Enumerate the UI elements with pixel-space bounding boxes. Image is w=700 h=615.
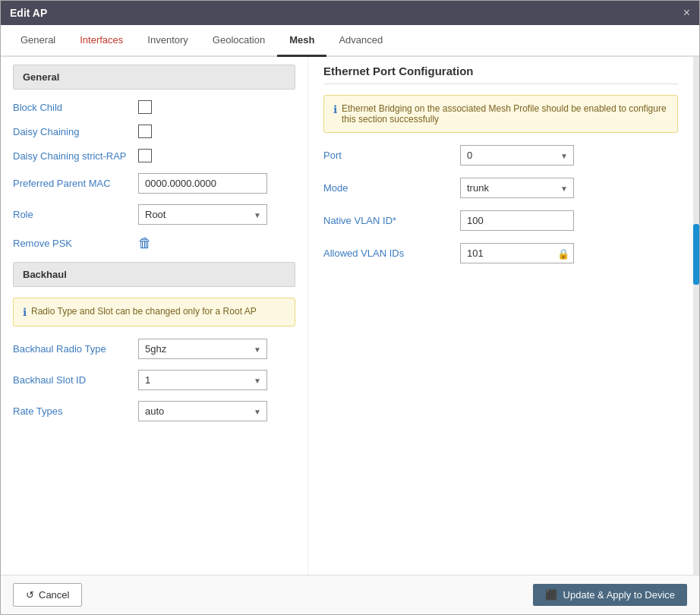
general-section-header: General (13, 65, 295, 90)
ethernet-info-box: ℹ Ethernet Bridging on the associated Me… (323, 95, 678, 133)
native-vlan-id-label: Native VLAN ID* (323, 215, 460, 226)
tab-interfaces[interactable]: Interfaces (68, 25, 135, 57)
ethernet-info-text: Ethernet Bridging on the associated Mesh… (342, 103, 668, 125)
native-vlan-id-input[interactable] (460, 210, 574, 231)
preferred-parent-mac-row: Preferred Parent MAC (13, 173, 295, 194)
cancel-icon: ↺ (26, 589, 34, 601)
daisy-chaining-strict-label: Daisy Chaining strict-RAP (13, 150, 138, 162)
rate-types-row: Rate Types auto manual ▼ (13, 401, 295, 421)
close-button[interactable]: × (683, 7, 690, 19)
port-label: Port (323, 150, 460, 161)
edit-ap-window: Edit AP × General Interfaces Inventory G… (0, 0, 700, 615)
update-icon: ⬛ (545, 589, 557, 601)
update-label: Update & Apply to Device (563, 589, 675, 601)
tab-bar: General Interfaces Inventory Geolocation… (1, 25, 699, 57)
role-row: Role Root Non-Root Portal ▼ (13, 204, 295, 225)
mode-select[interactable]: trunk access (460, 178, 574, 198)
left-panel: General Block Child Daisy Chaining Daisy… (1, 57, 308, 575)
mode-select-wrapper: trunk access ▼ (460, 178, 574, 198)
tab-general[interactable]: General (8, 25, 68, 57)
port-select[interactable]: 0 1 2 (460, 145, 574, 166)
block-child-row: Block Child (13, 100, 295, 114)
preferred-parent-mac-input[interactable] (138, 173, 267, 194)
backhaul-slot-id-label: Backhaul Slot ID (13, 374, 138, 386)
vlan-lock-icon[interactable]: 🔒 (557, 248, 569, 259)
backhaul-radio-type-select[interactable]: 5ghz 2.4ghz (138, 339, 267, 359)
daisy-chaining-strict-checkbox[interactable] (138, 149, 152, 162)
daisy-chaining-row: Daisy Chaining (13, 125, 295, 138)
backhaul-radio-type-row: Backhaul Radio Type 5ghz 2.4ghz ▼ (13, 339, 295, 359)
backhaul-section-header: Backhaul (13, 262, 295, 287)
role-select-wrapper: Root Non-Root Portal ▼ (138, 204, 267, 225)
backhaul-info-text: Radio Type and Slot can be changed only … (31, 306, 257, 318)
backhaul-slot-id-select-wrapper: 1 0 2 ▼ (138, 370, 267, 390)
rate-types-select[interactable]: auto manual (138, 401, 267, 421)
remove-psk-row: Remove PSK 🗑 (13, 235, 295, 251)
port-select-wrapper: 0 1 2 ▼ (460, 145, 574, 166)
mode-row: Mode trunk access ▼ (323, 178, 678, 198)
scrollbar[interactable] (693, 57, 699, 575)
backhaul-info-icon: ℹ (23, 306, 27, 318)
port-row: Port 0 1 2 ▼ (323, 145, 678, 166)
window-title: Edit AP (10, 7, 47, 19)
native-vlan-id-row: Native VLAN ID* (323, 210, 678, 231)
remove-psk-label: Remove PSK (13, 238, 138, 249)
tab-geolocation[interactable]: Geolocation (200, 25, 277, 57)
ethernet-info-icon: ℹ (333, 103, 337, 125)
cancel-label: Cancel (39, 589, 69, 601)
footer: ↺ Cancel ⬛ Update & Apply to Device (1, 575, 699, 614)
right-panel: Ethernet Port Configuration ℹ Ethernet B… (308, 57, 693, 575)
role-label: Role (13, 209, 138, 220)
mode-label: Mode (323, 182, 460, 194)
backhaul-radio-type-select-wrapper: 5ghz 2.4ghz ▼ (138, 339, 267, 359)
allowed-vlan-wrapper: 🔒 (460, 243, 574, 263)
allowed-vlan-ids-label: Allowed VLAN IDs (323, 248, 460, 259)
backhaul-slot-id-select[interactable]: 1 0 2 (138, 370, 267, 390)
daisy-chaining-label: Daisy Chaining (13, 126, 138, 137)
preferred-parent-mac-label: Preferred Parent MAC (13, 178, 138, 189)
daisy-chaining-strict-row: Daisy Chaining strict-RAP (13, 149, 295, 162)
backhaul-slot-id-row: Backhaul Slot ID 1 0 2 ▼ (13, 370, 295, 390)
tab-inventory[interactable]: Inventory (135, 25, 200, 57)
tab-advanced[interactable]: Advanced (326, 25, 395, 57)
title-bar: Edit AP × (1, 1, 699, 25)
role-select[interactable]: Root Non-Root Portal (138, 204, 267, 225)
cancel-button[interactable]: ↺ Cancel (13, 583, 82, 607)
content-area: General Block Child Daisy Chaining Daisy… (1, 57, 699, 575)
allowed-vlan-ids-row: Allowed VLAN IDs 🔒 (323, 243, 678, 263)
block-child-checkbox[interactable] (138, 100, 152, 114)
remove-psk-trash-icon[interactable]: 🗑 (138, 235, 152, 251)
daisy-chaining-checkbox[interactable] (138, 125, 152, 138)
tab-mesh[interactable]: Mesh (277, 25, 326, 57)
block-child-label: Block Child (13, 102, 138, 113)
backhaul-radio-type-label: Backhaul Radio Type (13, 343, 138, 355)
backhaul-info-box: ℹ Radio Type and Slot can be changed onl… (13, 298, 295, 326)
scrollbar-thumb[interactable] (693, 224, 699, 285)
rate-types-label: Rate Types (13, 405, 138, 417)
update-apply-button[interactable]: ⬛ Update & Apply to Device (533, 584, 687, 606)
rate-types-select-wrapper: auto manual ▼ (138, 401, 267, 421)
ethernet-port-config-title: Ethernet Port Configuration (323, 65, 678, 84)
